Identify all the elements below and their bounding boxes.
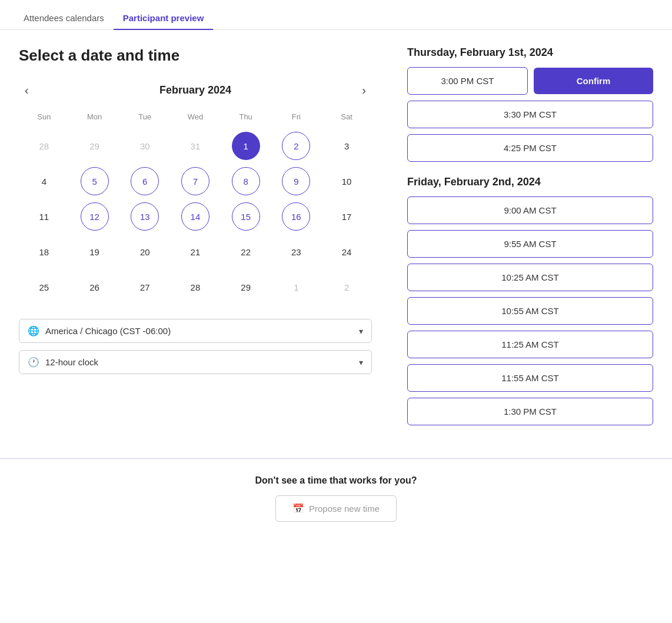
time-section: Thursday, February 1st, 2024 3:00 PM CST…	[407, 46, 653, 439]
calendar-day-19[interactable]: 16	[282, 202, 310, 231]
weekday-header-thu: Thu	[221, 109, 271, 128]
propose-new-time-button[interactable]: 📅 Propose new time	[275, 495, 397, 522]
month-label: February 2024	[159, 84, 231, 96]
thursday-slots: 3:00 PM CST Confirm 3:30 PM CST 4:25 PM …	[407, 67, 653, 162]
friday-time-slot-2[interactable]: 10:25 AM CST	[407, 264, 653, 291]
calendar-nav: ‹ February 2024 ›	[19, 81, 372, 99]
friday-time-slot-4[interactable]: 11:25 AM CST	[407, 331, 653, 358]
calendar-day-27[interactable]: 24	[332, 238, 361, 266]
calendar-day-24[interactable]: 21	[181, 238, 209, 266]
calendar-day-1: 29	[81, 132, 109, 160]
calendar-day-2: 30	[131, 132, 159, 160]
calendar-day-23[interactable]: 20	[131, 238, 159, 266]
calendar-icon: 📅	[292, 503, 304, 514]
weekday-header-tue: Tue	[119, 109, 170, 128]
prev-month-button[interactable]: ‹	[19, 81, 35, 99]
weekday-header-fri: Fri	[271, 109, 322, 128]
calendar-day-25[interactable]: 22	[232, 238, 260, 266]
thursday-time-slot-1[interactable]: 3:30 PM CST	[407, 101, 653, 128]
friday-time-slot-1[interactable]: 9:55 AM CST	[407, 230, 653, 258]
calendar-day-11[interactable]: 8	[232, 167, 260, 195]
clock-label: 12-hour clock	[45, 357, 353, 367]
calendar-day-0: 28	[30, 132, 58, 160]
friday-time-slot-3[interactable]: 10:55 AM CST	[407, 297, 653, 325]
weekday-header-mon: Mon	[69, 109, 120, 128]
friday-time-slot-6[interactable]: 1:30 PM CST	[407, 398, 653, 425]
calendar-day-3: 31	[181, 132, 209, 160]
calendar-day-10[interactable]: 7	[181, 167, 209, 195]
friday-heading: Friday, February 2nd, 2024	[407, 176, 653, 188]
calendar-day-8[interactable]: 5	[81, 167, 109, 195]
calendar-day-12[interactable]: 9	[282, 167, 310, 195]
timezone-dropdown[interactable]: 🌐 America / Chicago (CST -06:00) ▾	[19, 319, 372, 343]
calendar-day-29[interactable]: 26	[81, 273, 109, 301]
calendar-day-7[interactable]: 4	[30, 167, 58, 195]
calendar-day-26[interactable]: 23	[282, 238, 310, 266]
tab-participant[interactable]: Participant preview	[114, 7, 214, 30]
calendar-day-6[interactable]: 3	[332, 132, 361, 160]
friday-time-slot-0[interactable]: 9:00 AM CST	[407, 196, 653, 224]
clock-icon: 🕐	[28, 357, 39, 368]
calendar-day-28[interactable]: 25	[30, 273, 58, 301]
tabs-bar: Attendees calendars Participant preview	[0, 0, 672, 30]
timezone-chevron-icon: ▾	[359, 327, 363, 336]
footer-cta: Don't see a time that works for you?	[19, 475, 653, 486]
next-month-button[interactable]: ›	[356, 81, 372, 99]
calendar-day-21[interactable]: 18	[30, 238, 58, 266]
weekday-header-wed: Wed	[170, 109, 221, 128]
clock-dropdown[interactable]: 🕐 12-hour clock ▾	[19, 350, 372, 374]
calendar-grid: SunMonTueWedThuFriSat 282930311234567891…	[19, 109, 372, 305]
main-content: Select a date and time ‹ February 2024 ›…	[0, 30, 672, 439]
calendar-day-14[interactable]: 11	[30, 202, 58, 231]
thursday-time-slot-2[interactable]: 4:25 PM CST	[407, 134, 653, 162]
calendar-day-17[interactable]: 14	[181, 202, 209, 231]
calendar-day-34: 2	[332, 273, 361, 301]
friday-slots: 9:00 AM CST 9:55 AM CST 10:25 AM CST 10:…	[407, 196, 653, 425]
footer: Don't see a time that works for you? 📅 P…	[0, 458, 672, 536]
friday-time-slot-5[interactable]: 11:55 AM CST	[407, 364, 653, 392]
calendar-day-18[interactable]: 15	[232, 202, 260, 231]
weekday-header-sat: Sat	[321, 109, 372, 128]
tab-attendees[interactable]: Attendees calendars	[14, 7, 114, 30]
calendar-day-32[interactable]: 29	[232, 273, 260, 301]
thursday-slot-row-0: 3:00 PM CST Confirm	[407, 67, 653, 95]
propose-label: Propose new time	[309, 504, 380, 514]
calendar-day-15[interactable]: 12	[81, 202, 109, 231]
calendar-day-33: 1	[282, 273, 310, 301]
thursday-time-slot-0[interactable]: 3:00 PM CST	[407, 67, 528, 95]
calendar-day-22[interactable]: 19	[81, 238, 109, 266]
clock-chevron-icon: ▾	[359, 358, 363, 367]
calendar-section: Select a date and time ‹ February 2024 ›…	[19, 46, 372, 439]
page-title: Select a date and time	[19, 46, 372, 65]
thursday-heading: Thursday, February 1st, 2024	[407, 46, 653, 59]
calendar-day-4[interactable]: 1	[232, 132, 260, 160]
calendar-day-13[interactable]: 10	[332, 167, 361, 195]
dropdowns: 🌐 America / Chicago (CST -06:00) ▾ 🕐 12-…	[19, 319, 372, 374]
confirm-button[interactable]: Confirm	[534, 68, 653, 94]
calendar-day-30[interactable]: 27	[131, 273, 159, 301]
globe-icon: 🌐	[28, 325, 39, 337]
calendar-day-16[interactable]: 13	[131, 202, 159, 231]
calendar-day-31[interactable]: 28	[181, 273, 209, 301]
calendar-day-5[interactable]: 2	[282, 132, 310, 160]
timezone-label: America / Chicago (CST -06:00)	[45, 326, 353, 336]
weekday-header-sun: Sun	[19, 109, 69, 128]
calendar-day-20[interactable]: 17	[332, 202, 361, 231]
calendar-day-9[interactable]: 6	[131, 167, 159, 195]
